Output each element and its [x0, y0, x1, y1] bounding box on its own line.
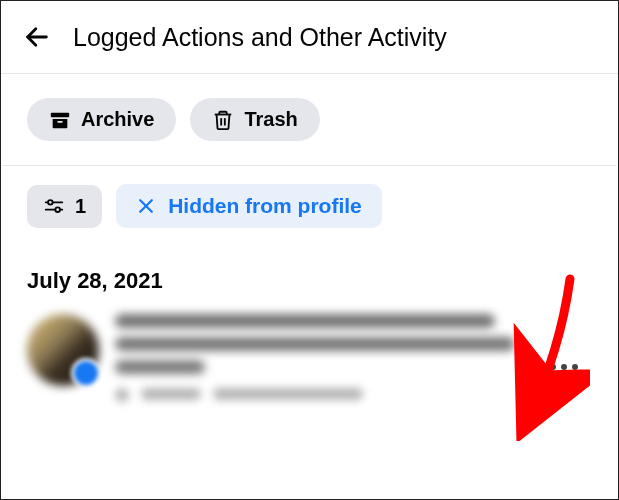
- filter-chip-hidden[interactable]: Hidden from profile: [116, 184, 382, 228]
- filter-count-value: 1: [75, 195, 86, 218]
- svg-rect-2: [57, 120, 63, 122]
- archive-icon: [49, 109, 71, 131]
- back-button[interactable]: [19, 19, 55, 55]
- date-header: July 28, 2021: [1, 246, 618, 308]
- trash-label: Trash: [244, 108, 297, 131]
- archive-button[interactable]: Archive: [27, 98, 176, 141]
- link-badge-icon: [71, 358, 101, 388]
- filter-settings-button[interactable]: 1: [27, 185, 102, 228]
- sliders-icon: [43, 195, 65, 217]
- page-title: Logged Actions and Other Activity: [73, 23, 447, 52]
- arrow-left-icon: [23, 23, 51, 51]
- filter-row: 1 Hidden from profile: [1, 166, 618, 246]
- filter-chip-label: Hidden from profile: [168, 194, 362, 218]
- close-icon: [136, 196, 156, 216]
- toolbar: Archive Trash: [1, 74, 618, 165]
- entry-content: [115, 314, 592, 402]
- archive-label: Archive: [81, 108, 154, 131]
- trash-icon: [212, 109, 234, 131]
- svg-point-8: [55, 207, 60, 212]
- svg-rect-1: [51, 112, 69, 117]
- more-options-button[interactable]: [542, 356, 586, 378]
- ellipsis-icon: [550, 364, 556, 370]
- trash-button[interactable]: Trash: [190, 98, 319, 141]
- svg-point-6: [48, 200, 53, 205]
- activity-entry[interactable]: [1, 308, 618, 412]
- avatar: [27, 314, 99, 386]
